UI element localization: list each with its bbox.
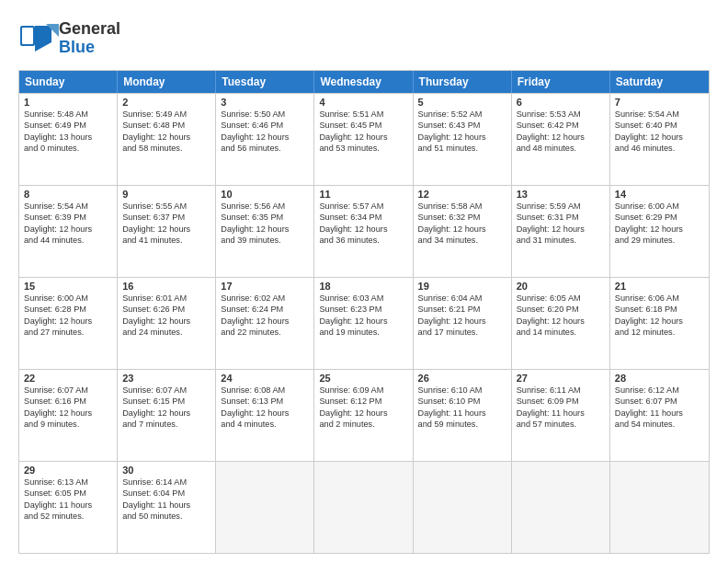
cell-line: and 22 minutes. bbox=[221, 327, 309, 338]
cell-line: Daylight: 13 hours bbox=[24, 132, 112, 143]
cell-line: Daylight: 12 hours bbox=[418, 316, 506, 327]
cell-line: Sunrise: 5:57 AM bbox=[319, 201, 407, 212]
day-number: 26 bbox=[418, 373, 506, 384]
cell-line: Sunrise: 5:58 AM bbox=[418, 201, 506, 212]
day-number: 8 bbox=[24, 189, 112, 200]
calendar-cell bbox=[512, 462, 610, 553]
cell-line: Daylight: 12 hours bbox=[319, 132, 407, 143]
header: General Blue bbox=[18, 17, 710, 61]
calendar-cell: 8Sunrise: 5:54 AMSunset: 6:39 PMDaylight… bbox=[19, 186, 118, 277]
svg-rect-1 bbox=[22, 28, 33, 44]
calendar-cell: 28Sunrise: 6:12 AMSunset: 6:07 PMDayligh… bbox=[610, 370, 709, 461]
day-number: 2 bbox=[122, 97, 210, 108]
calendar-cell: 9Sunrise: 5:55 AMSunset: 6:37 PMDaylight… bbox=[118, 186, 216, 277]
day-number: 28 bbox=[615, 373, 704, 384]
day-number: 20 bbox=[517, 281, 605, 292]
calendar-cell: 30Sunrise: 6:14 AMSunset: 6:04 PMDayligh… bbox=[118, 462, 216, 553]
day-number: 12 bbox=[418, 189, 506, 200]
calendar-header: SundayMondayTuesdayWednesdayThursdayFrid… bbox=[19, 71, 709, 93]
calendar-cell bbox=[314, 462, 413, 553]
weekday-header-wednesday: Wednesday bbox=[314, 71, 413, 93]
calendar-cell: 13Sunrise: 5:59 AMSunset: 6:31 PMDayligh… bbox=[512, 186, 610, 277]
cell-line: and 46 minutes. bbox=[615, 143, 704, 154]
cell-line: Sunset: 6:24 PM bbox=[221, 304, 309, 315]
cell-line: Daylight: 12 hours bbox=[24, 408, 112, 419]
cell-line: Sunset: 6:29 PM bbox=[615, 212, 704, 223]
cell-line: and 7 minutes. bbox=[122, 419, 210, 430]
calendar-cell: 2Sunrise: 5:49 AMSunset: 6:48 PMDaylight… bbox=[118, 94, 216, 185]
cell-line: Sunrise: 6:10 AM bbox=[418, 385, 506, 396]
cell-line: Sunrise: 5:50 AM bbox=[221, 109, 309, 120]
day-number: 25 bbox=[319, 373, 407, 384]
cell-line: and 19 minutes. bbox=[319, 327, 407, 338]
cell-line: Daylight: 12 hours bbox=[221, 224, 309, 235]
cell-line: and 4 minutes. bbox=[221, 419, 309, 430]
day-number: 6 bbox=[517, 97, 605, 108]
cell-line: Sunset: 6:05 PM bbox=[24, 488, 112, 499]
cell-line: Sunset: 6:45 PM bbox=[319, 120, 407, 131]
cell-line: Sunrise: 6:01 AM bbox=[122, 293, 210, 304]
cell-line: Sunset: 6:40 PM bbox=[615, 120, 704, 131]
cell-line: Sunrise: 6:11 AM bbox=[517, 385, 605, 396]
cell-line: Daylight: 12 hours bbox=[24, 316, 112, 327]
day-number: 5 bbox=[418, 97, 506, 108]
cell-line: Sunset: 6:16 PM bbox=[24, 396, 112, 407]
weekday-header-saturday: Saturday bbox=[610, 71, 709, 93]
day-number: 13 bbox=[517, 189, 605, 200]
cell-line: and 51 minutes. bbox=[418, 143, 506, 154]
cell-line: and 9 minutes. bbox=[24, 419, 112, 430]
day-number: 11 bbox=[319, 189, 407, 200]
day-number: 1 bbox=[24, 97, 112, 108]
cell-line: Daylight: 12 hours bbox=[517, 224, 605, 235]
cell-line: Sunrise: 6:14 AM bbox=[122, 477, 210, 488]
day-number: 24 bbox=[221, 373, 309, 384]
cell-line: Sunrise: 6:13 AM bbox=[24, 477, 112, 488]
weekday-header-sunday: Sunday bbox=[19, 71, 118, 93]
svg-marker-2 bbox=[35, 26, 51, 52]
cell-line: and 12 minutes. bbox=[615, 327, 704, 338]
day-number: 3 bbox=[221, 97, 309, 108]
cell-line: and 41 minutes. bbox=[122, 235, 210, 246]
cell-line: Sunrise: 6:09 AM bbox=[319, 385, 407, 396]
cell-line: Sunset: 6:10 PM bbox=[418, 396, 506, 407]
cell-line: Sunset: 6:48 PM bbox=[122, 120, 210, 131]
cell-line: Sunrise: 5:54 AM bbox=[24, 201, 112, 212]
cell-line: Daylight: 12 hours bbox=[418, 132, 506, 143]
day-number: 29 bbox=[24, 465, 112, 476]
calendar-cell bbox=[216, 462, 314, 553]
cell-line: Sunset: 6:39 PM bbox=[24, 212, 112, 223]
cell-line: Daylight: 12 hours bbox=[615, 224, 704, 235]
cell-line: and 52 minutes. bbox=[24, 511, 112, 522]
cell-line: Sunrise: 6:06 AM bbox=[615, 293, 704, 304]
cell-line: Sunrise: 6:08 AM bbox=[221, 385, 309, 396]
cell-line: Sunset: 6:15 PM bbox=[122, 396, 210, 407]
calendar-cell: 16Sunrise: 6:01 AMSunset: 6:26 PMDayligh… bbox=[118, 278, 216, 369]
calendar-cell: 29Sunrise: 6:13 AMSunset: 6:05 PMDayligh… bbox=[19, 462, 118, 553]
cell-line: Sunrise: 6:02 AM bbox=[221, 293, 309, 304]
cell-line: Daylight: 12 hours bbox=[319, 224, 407, 235]
calendar-week-1: 1Sunrise: 5:48 AMSunset: 6:49 PMDaylight… bbox=[19, 93, 709, 185]
cell-line: Sunset: 6:07 PM bbox=[615, 396, 704, 407]
logo-text: General Blue bbox=[59, 20, 120, 57]
cell-line: Sunset: 6:34 PM bbox=[319, 212, 407, 223]
cell-line: and 0 minutes. bbox=[24, 143, 112, 154]
cell-line: Sunrise: 5:48 AM bbox=[24, 109, 112, 120]
day-number: 18 bbox=[319, 281, 407, 292]
cell-line: and 50 minutes. bbox=[122, 511, 210, 522]
cell-line: Sunrise: 5:51 AM bbox=[319, 109, 407, 120]
cell-line: Sunset: 6:20 PM bbox=[517, 304, 605, 315]
calendar-cell: 15Sunrise: 6:00 AMSunset: 6:28 PMDayligh… bbox=[19, 278, 118, 369]
cell-line: and 56 minutes. bbox=[221, 143, 309, 154]
calendar-cell: 10Sunrise: 5:56 AMSunset: 6:35 PMDayligh… bbox=[216, 186, 314, 277]
calendar-week-5: 29Sunrise: 6:13 AMSunset: 6:05 PMDayligh… bbox=[19, 461, 709, 553]
cell-line: and 59 minutes. bbox=[418, 419, 506, 430]
cell-line: Sunrise: 6:05 AM bbox=[517, 293, 605, 304]
cell-line: Sunrise: 5:54 AM bbox=[615, 109, 704, 120]
cell-line: and 54 minutes. bbox=[615, 419, 704, 430]
cell-line: and 57 minutes. bbox=[517, 419, 605, 430]
day-number: 22 bbox=[24, 373, 112, 384]
page: General Blue SundayMondayTuesdayWednesda… bbox=[0, 0, 728, 563]
cell-line: Daylight: 12 hours bbox=[319, 316, 407, 327]
day-number: 17 bbox=[221, 281, 309, 292]
cell-line: Sunrise: 6:00 AM bbox=[615, 201, 704, 212]
